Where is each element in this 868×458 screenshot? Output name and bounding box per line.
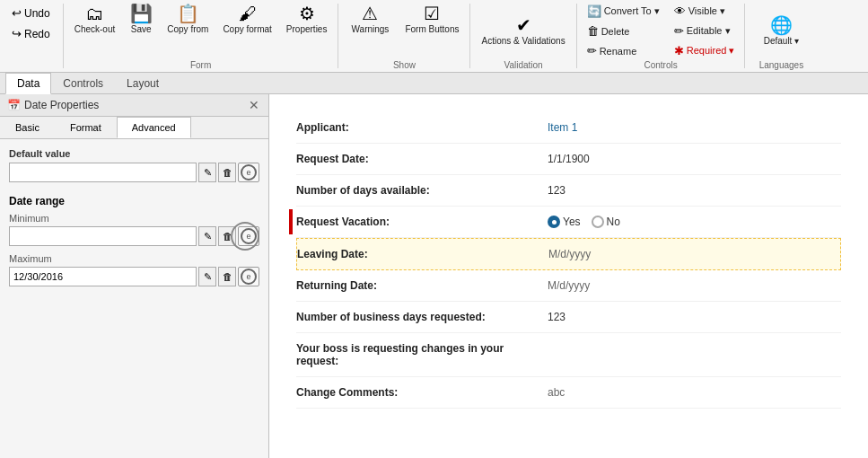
required-button[interactable]: ✱ Required ▾ bbox=[669, 41, 741, 60]
returningdate-label: Returning Date: bbox=[296, 279, 548, 292]
minimum-edit-button[interactable]: ✎ bbox=[198, 226, 216, 246]
form-row-daysavailable: Number of days available: 123 bbox=[296, 175, 841, 207]
actionsvalidations-button[interactable]: ✔ Actions & Validations bbox=[475, 13, 571, 48]
copyformat-label: Copy format bbox=[223, 24, 271, 34]
right-panel: Applicant: Item 1 Request Date: 1/1/1900… bbox=[269, 94, 868, 458]
save-button[interactable]: 💾 Save bbox=[123, 2, 159, 60]
divider-2 bbox=[338, 4, 338, 68]
rename-icon: ✏ bbox=[587, 44, 597, 57]
rename-button[interactable]: ✏ Rename bbox=[582, 41, 665, 60]
actionsvalidations-label: Actions & Validations bbox=[481, 36, 565, 46]
requestdate-label: Request Date: bbox=[296, 153, 548, 165]
show-buttons: ⚠ Warnings ☑ Form Buttons bbox=[343, 2, 465, 60]
undo-button[interactable]: ↩ Undo bbox=[7, 4, 55, 22]
divider-5 bbox=[744, 4, 745, 68]
minimum-input[interactable] bbox=[9, 226, 197, 246]
copyfrom-button[interactable]: 📋 Copy from bbox=[161, 2, 215, 60]
properties-icon: ⚙ bbox=[299, 4, 315, 22]
panel-title: 📅 Date Properties bbox=[7, 99, 99, 111]
formbuttons-button[interactable]: ☑ Form Buttons bbox=[399, 2, 465, 60]
panel-calendar-icon: 📅 bbox=[7, 99, 21, 111]
default-value-group: Default value ✎ 🗑 e bbox=[9, 148, 259, 182]
rename-label: Rename bbox=[600, 46, 637, 57]
visible-button[interactable]: 👁 Visible ▾ bbox=[669, 2, 741, 21]
editable-button[interactable]: ✏ Editable ▾ bbox=[669, 22, 741, 40]
minimum-delete-button[interactable]: 🗑 bbox=[218, 226, 236, 246]
tab-data[interactable]: Data bbox=[5, 73, 51, 94]
main-area: 📅 Date Properties ✕ Basic Format Advance… bbox=[0, 94, 868, 458]
panel-tab-format[interactable]: Format bbox=[55, 117, 117, 138]
undo-label: Undo bbox=[24, 7, 50, 20]
expr-circle: e bbox=[241, 164, 257, 181]
businessdays-label: Number of business days requested: bbox=[296, 311, 548, 323]
form-row-businessdays: Number of business days requested: 123 bbox=[296, 302, 841, 333]
section-label: Your boss is requesting changes in your … bbox=[296, 342, 548, 367]
panel-title-text: Date Properties bbox=[24, 99, 99, 111]
default-value-edit-button[interactable]: ✎ bbox=[198, 163, 216, 182]
save-label: Save bbox=[131, 24, 152, 34]
panel-tabs: Basic Format Advanced bbox=[0, 117, 268, 139]
default-value-delete-button[interactable]: 🗑 bbox=[218, 163, 236, 182]
validation-group-label: Validation bbox=[475, 60, 571, 70]
copyformat-button[interactable]: 🖌 Copy format bbox=[216, 2, 277, 60]
ribbon-toolbar: ↩ Undo ↪ Redo 🗂 Check-out 💾 Save bbox=[0, 0, 868, 72]
tab-layout[interactable]: Layout bbox=[115, 73, 171, 93]
radio-no[interactable]: No bbox=[592, 216, 620, 228]
maximum-edit-button[interactable]: ✎ bbox=[198, 267, 216, 286]
maximum-expr-circle: e bbox=[241, 269, 257, 285]
requestdate-value: 1/1/1900 bbox=[548, 153, 841, 165]
delete-button[interactable]: 🗑 Delete bbox=[582, 22, 665, 40]
formbuttons-icon: ☑ bbox=[424, 4, 440, 22]
copyformat-icon: 🖌 bbox=[239, 4, 257, 22]
warnings-button[interactable]: ⚠ Warnings bbox=[343, 2, 397, 60]
divider-3 bbox=[469, 4, 470, 68]
default-value-label: Default value bbox=[9, 148, 259, 159]
warnings-label: Warnings bbox=[352, 24, 390, 34]
divider-1 bbox=[63, 4, 64, 68]
maximum-delete-button[interactable]: 🗑 bbox=[218, 267, 236, 286]
delete-icon: 🗑 bbox=[587, 24, 599, 38]
redo-icon: ↪ bbox=[12, 27, 22, 40]
controls-buttons: 🔄 Convert To ▾ 🗑 Delete ✏ Rename 👁 bbox=[582, 2, 741, 60]
show-group: ⚠ Warnings ☑ Form Buttons Show bbox=[343, 2, 465, 70]
maximum-input[interactable] bbox=[9, 267, 197, 286]
convertto-icon: 🔄 bbox=[587, 4, 601, 18]
minimum-label: Minimum bbox=[9, 213, 259, 224]
panel-close-button[interactable]: ✕ bbox=[247, 98, 261, 112]
required-indicator bbox=[289, 209, 293, 234]
default-value-expr-button[interactable]: e bbox=[238, 163, 259, 182]
returningdate-value: M/d/yyyy bbox=[548, 279, 841, 292]
radio-yes-filled bbox=[548, 216, 560, 228]
properties-button[interactable]: ⚙ Properties bbox=[280, 2, 334, 60]
controls-col1: 🔄 Convert To ▾ 🗑 Delete ✏ Rename bbox=[582, 2, 665, 60]
radio-yes-inner bbox=[552, 220, 557, 225]
properties-label: Properties bbox=[286, 24, 328, 34]
minimum-expr-button[interactable]: e bbox=[238, 226, 259, 246]
panel-header: 📅 Date Properties ✕ bbox=[0, 94, 268, 117]
changecomments-value: abc bbox=[548, 386, 841, 399]
show-group-label: Show bbox=[343, 60, 465, 70]
checkout-button[interactable]: 🗂 Check-out bbox=[68, 2, 122, 60]
requestvacation-label: Request Vacation: bbox=[296, 216, 548, 228]
radio-no-empty bbox=[592, 216, 604, 228]
default-value-row: ✎ 🗑 e bbox=[9, 163, 259, 182]
radio-yes[interactable]: Yes bbox=[548, 216, 581, 228]
convertto-button[interactable]: 🔄 Convert To ▾ bbox=[582, 2, 665, 21]
panel-tab-basic[interactable]: Basic bbox=[0, 117, 55, 138]
requestvacation-value: Yes No bbox=[548, 216, 841, 228]
changecomments-label: Change Comments: bbox=[296, 386, 548, 399]
tab-controls[interactable]: Controls bbox=[51, 73, 115, 93]
maximum-expr-button[interactable]: e bbox=[238, 267, 259, 286]
left-panel: 📅 Date Properties ✕ Basic Format Advance… bbox=[0, 94, 269, 458]
applicant-value: Item 1 bbox=[548, 121, 841, 134]
languages-group-label: Languages bbox=[750, 60, 812, 70]
panel-tab-advanced[interactable]: Advanced bbox=[117, 117, 191, 138]
default-value-input[interactable] bbox=[9, 163, 197, 182]
leavingdate-value[interactable]: M/d/yyyy bbox=[548, 248, 840, 260]
default-button[interactable]: 🌐 Default ▾ bbox=[750, 13, 812, 48]
checkout-icon: 🗂 bbox=[85, 4, 103, 22]
redo-button[interactable]: ↪ Redo bbox=[7, 24, 55, 43]
form-buttons: 🗂 Check-out 💾 Save 📋 Copy from 🖌 Copy fo… bbox=[68, 2, 334, 60]
minimum-row: ✎ 🗑 e bbox=[9, 226, 259, 246]
controls-group: 🔄 Convert To ▾ 🗑 Delete ✏ Rename 👁 bbox=[582, 2, 741, 70]
